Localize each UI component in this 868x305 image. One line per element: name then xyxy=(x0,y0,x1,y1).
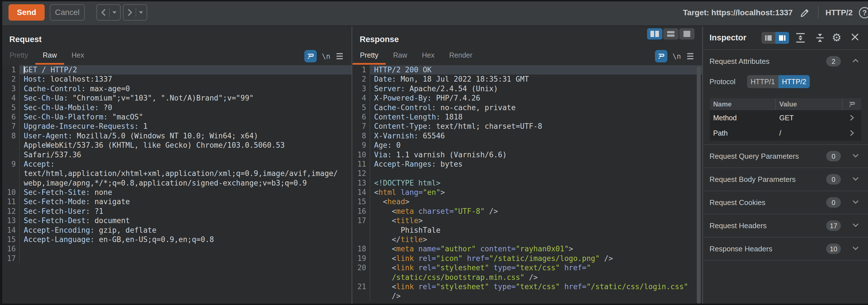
expand-section-button[interactable] xyxy=(852,223,859,229)
code-row[interactable]: 3Cache-Control: max-age=0 xyxy=(2,84,352,94)
code-row[interactable]: 3Server: Apache/2.4.54 (Unix) xyxy=(352,84,703,94)
tab-render[interactable]: Render xyxy=(442,50,480,65)
open-attribute-button[interactable] xyxy=(843,114,861,121)
code-row[interactable]: 6Content-Length: 1818 xyxy=(352,112,703,122)
code-row[interactable]: 20 <link rel="stylesheet" type="text/css… xyxy=(352,263,703,273)
back-button[interactable] xyxy=(96,4,121,21)
response-scrollbar[interactable] xyxy=(697,66,701,304)
column-header-value[interactable]: Value xyxy=(776,98,843,110)
code-row[interactable]: 12 xyxy=(352,169,703,178)
code-row[interactable]: 2Host: localhost:1337 xyxy=(2,74,352,84)
code-row[interactable]: 7Content-Type: text/html; charset=UTF-8 xyxy=(352,122,703,131)
tab-pretty[interactable]: Pretty xyxy=(352,50,386,65)
word-wrap-toggle[interactable] xyxy=(304,50,317,62)
code-row[interactable]: 17 xyxy=(2,254,352,263)
show-newlines-toggle[interactable]: \n xyxy=(322,52,330,61)
editor-menu-icon[interactable] xyxy=(686,53,694,60)
code-row[interactable]: 11Accept-Ranges: bytes xyxy=(352,160,703,169)
request-editor[interactable]: 1GET / HTTP/22Host: localhost:13373Cache… xyxy=(2,65,352,305)
send-button[interactable]: Send xyxy=(8,4,44,21)
code-row[interactable]: </title> xyxy=(352,235,703,244)
code-row[interactable]: 1HTTP/2 200 OK xyxy=(352,65,703,74)
section-request-body-parameters[interactable]: Request Body Parameters0 xyxy=(703,167,868,191)
chevron-up-icon[interactable] xyxy=(852,59,859,64)
code-row[interactable]: 15Accept-Language: en-GB,en-US;q=0.9,en;… xyxy=(2,235,352,244)
forward-button[interactable] xyxy=(123,4,147,21)
code-row[interactable]: 12Sec-Fetch-User: ?1 xyxy=(2,207,352,216)
inspector-settings-button[interactable]: ⚙ xyxy=(832,32,841,43)
layout-single-button[interactable] xyxy=(679,28,694,39)
code-row[interactable]: 14Accept-Encoding: gzip, deflate xyxy=(2,226,352,235)
dock-left-button[interactable] xyxy=(762,32,775,44)
tab-pretty[interactable]: Pretty xyxy=(2,50,35,65)
section-request-attributes[interactable]: Request Attributes 2 xyxy=(703,54,868,69)
expand-section-button[interactable] xyxy=(852,154,859,159)
code-row[interactable]: 19 <link rel="icon" href="/static/images… xyxy=(352,254,703,263)
forward-dropdown-icon[interactable] xyxy=(139,11,143,14)
panel-divider[interactable] xyxy=(351,26,352,305)
section-request-query-parameters[interactable]: Request Query Parameters0 xyxy=(703,144,868,167)
code-row[interactable]: Safari/537.36 xyxy=(2,150,352,160)
collapse-all-button[interactable] xyxy=(816,32,824,43)
help-icon[interactable]: ? xyxy=(859,7,868,19)
code-row[interactable]: 15 <head> xyxy=(352,197,703,206)
code-row[interactable]: 10Sec-Fetch-Site: none xyxy=(2,188,352,197)
code-row[interactable]: 9Accept: xyxy=(2,160,352,169)
code-row[interactable]: 11Sec-Fetch-Mode: navigate xyxy=(2,197,352,206)
code-row[interactable]: /static/css/bootstrap.min.css" /> xyxy=(352,273,703,282)
protocol-option-http1[interactable]: HTTP/1 xyxy=(747,75,778,88)
protocol-option-http2[interactable]: HTTP/2 xyxy=(778,75,810,88)
code-row[interactable]: PhishTale xyxy=(352,226,703,235)
code-row[interactable]: 13Sec-Fetch-Dest: document xyxy=(2,216,352,225)
open-attribute-button[interactable] xyxy=(843,130,861,136)
code-row[interactable]: webp,image/apng,*/*;q=0.8,application/si… xyxy=(2,178,352,188)
dock-right-button[interactable] xyxy=(775,32,789,44)
code-row[interactable]: 16 <meta charset="UTF-8" /> xyxy=(352,207,703,216)
back-dropdown-icon[interactable] xyxy=(113,11,116,14)
layout-columns-button[interactable] xyxy=(647,28,662,39)
code-row[interactable]: 8User-Agent: Mozilla/5.0 (Windows NT 10.… xyxy=(2,131,352,141)
code-row[interactable]: 13<!DOCTYPE html> xyxy=(352,178,703,188)
expand-section-button[interactable] xyxy=(852,177,859,182)
code-row[interactable]: 6Sec-Ch-Ua-Platform: "macOS" xyxy=(2,112,352,122)
tab-raw[interactable]: Raw xyxy=(386,50,414,65)
panel-divider[interactable] xyxy=(702,26,703,305)
section-request-cookies[interactable]: Request Cookies0 xyxy=(703,191,868,214)
tab-raw[interactable]: Raw xyxy=(35,50,64,65)
code-row[interactable]: 7Upgrade-Insecure-Requests: 1 xyxy=(2,122,352,131)
table-wrap-toggle[interactable] xyxy=(843,101,861,108)
code-row[interactable]: 4Sec-Ch-Ua: "Chromium";v="103", ".Not/A)… xyxy=(2,94,352,103)
tab-hex[interactable]: Hex xyxy=(64,50,91,65)
code-row[interactable]: 8X-Varnish: 65546 xyxy=(352,131,703,141)
code-row[interactable]: 14<html lang="en"> xyxy=(352,188,703,197)
code-row[interactable]: 4X-Powered-By: PHP/7.4.26 xyxy=(352,94,703,103)
code-row[interactable]: /> xyxy=(352,292,703,301)
section-response-headers[interactable]: Response Headers10 xyxy=(703,237,868,261)
cancel-button[interactable]: Cancel xyxy=(50,4,85,21)
code-row[interactable]: AppleWebKit/537.36 (KHTML, like Gecko) C… xyxy=(2,141,352,150)
attribute-row-path[interactable]: Path/ xyxy=(710,125,861,141)
show-newlines-toggle[interactable]: \n xyxy=(673,52,681,61)
edit-target-button[interactable] xyxy=(799,7,811,19)
code-row[interactable]: 21 <link rel="stylesheet" type="text/css… xyxy=(352,282,703,292)
attribute-row-method[interactable]: MethodGET xyxy=(710,110,861,125)
layout-rows-button[interactable] xyxy=(663,28,678,39)
code-row[interactable]: 18 <meta name="author" content="rayhan0x… xyxy=(352,244,703,253)
code-row[interactable]: 1GET / HTTP/2 xyxy=(2,65,352,74)
expand-all-button[interactable] xyxy=(795,32,806,43)
code-row[interactable]: 5Sec-Ch-Ua-Mobile: ?0 xyxy=(2,103,352,112)
code-row[interactable]: 5Cache-Control: no-cache, private xyxy=(352,103,703,112)
code-row[interactable]: 2Date: Mon, 18 Jul 2022 18:35:31 GMT xyxy=(352,74,703,84)
code-row[interactable]: 16 xyxy=(2,244,352,253)
section-request-headers[interactable]: Request Headers17 xyxy=(703,214,868,237)
code-row[interactable]: 17 <title> xyxy=(352,216,703,225)
column-header-name[interactable]: Name xyxy=(710,98,776,110)
response-editor[interactable]: 1HTTP/2 200 OK2Date: Mon, 18 Jul 2022 18… xyxy=(352,65,703,305)
editor-menu-icon[interactable] xyxy=(335,53,344,60)
tab-hex[interactable]: Hex xyxy=(414,50,442,65)
code-row[interactable]: 9Age: 0 xyxy=(352,141,703,150)
inspector-close-button[interactable] xyxy=(850,32,860,41)
expand-section-button[interactable] xyxy=(852,200,859,205)
word-wrap-toggle[interactable] xyxy=(655,50,668,62)
code-row[interactable]: 10Via: 1.1 varnish (Varnish/6.6) xyxy=(352,150,703,160)
